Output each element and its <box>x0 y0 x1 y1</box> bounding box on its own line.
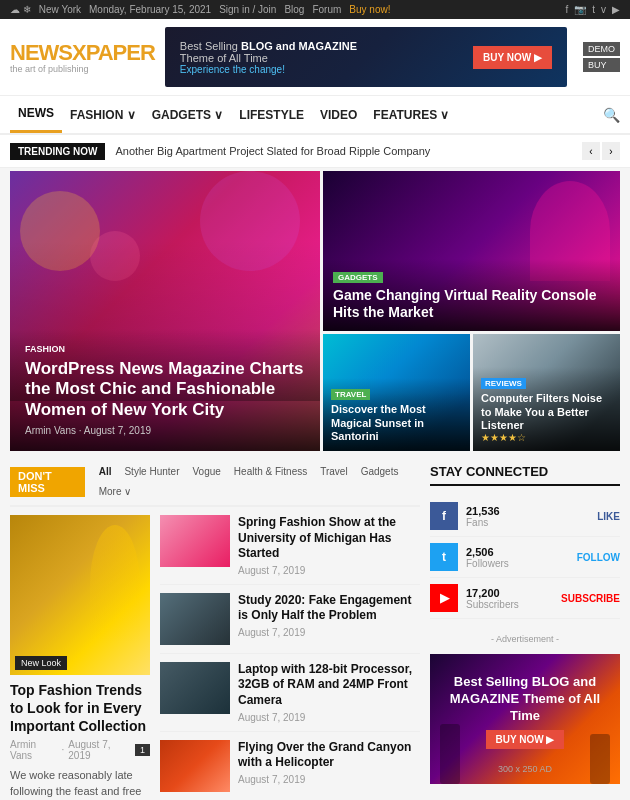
featured-excerpt: We woke reasonably late following the fe… <box>10 767 150 800</box>
stay-connected-section: STAY CONNECTED f 21,536 Fans LIKE t 2,50… <box>430 464 620 619</box>
search-icon[interactable]: 🔍 <box>603 97 620 133</box>
article-thumb-0[interactable] <box>160 515 230 567</box>
reviews-stars: ★★★★☆ <box>481 432 612 443</box>
tab-more[interactable]: More ∨ <box>95 484 136 499</box>
hero-br-reviews-title: Computer Filters Noise to Make You a Bet… <box>481 392 612 432</box>
article-item: Spring Fashion Show at the University of… <box>160 515 420 585</box>
tw-count: 2,506 <box>466 546 509 558</box>
dont-miss-grid: New Look Top Fashion Trends to Look for … <box>10 515 420 800</box>
article-info-2: Laptop with 128-bit Processor, 32GB of R… <box>238 662 420 723</box>
hero-br-reviews[interactable]: REVIEWS Computer Filters Noise to Make Y… <box>473 334 620 451</box>
article-item: Laptop with 128-bit Processor, 32GB of R… <box>160 662 420 732</box>
hero-main-overlay: FASHION WordPress News Magazine Charts t… <box>10 329 320 451</box>
social-facebook: f 21,536 Fans LIKE <box>430 496 620 537</box>
hero-main[interactable]: FASHION WordPress News Magazine Charts t… <box>10 171 320 451</box>
trending-label: TRENDING NOW <box>10 143 105 160</box>
dont-miss-title: DON'T MISS <box>10 467 85 497</box>
article-date-0: August 7, 2019 <box>238 565 420 576</box>
header-banner: Best Selling BLOG and MAGAZINE Theme of … <box>165 27 567 87</box>
tab-all[interactable]: All <box>95 464 116 479</box>
hero-main-meta: Armin Vans · August 7, 2019 <box>25 425 305 436</box>
blog-link[interactable]: Blog <box>284 4 304 15</box>
top-bar-left: ☁ ❄ New York Monday, February 15, 2021 S… <box>10 4 390 15</box>
top-bar: ☁ ❄ New York Monday, February 15, 2021 S… <box>0 0 630 19</box>
site-logo: NEWSXPAPER the art of publishing <box>10 40 155 74</box>
main-nav: NEWS FASHION ∨ GADGETS ∨ LIFESTYLE VIDEO… <box>0 96 630 135</box>
sidebar: STAY CONNECTED f 21,536 Fans LIKE t 2,50… <box>430 464 620 800</box>
tw-label: Followers <box>466 558 509 569</box>
ad-size: 300 x 250 AD <box>498 764 552 774</box>
social-twitter: t 2,506 Followers FOLLOW <box>430 537 620 578</box>
demo-button[interactable]: DEMO <box>583 42 620 56</box>
banner-line2: Theme of All Time <box>180 52 357 64</box>
nav-news[interactable]: NEWS <box>10 96 62 133</box>
facebook-icon[interactable]: f <box>565 4 568 15</box>
fb-action[interactable]: LIKE <box>597 511 620 522</box>
forum-link[interactable]: Forum <box>312 4 341 15</box>
article-info-1: Study 2020: Fake Engagement is Only Half… <box>238 593 420 638</box>
hero-main-category: FASHION <box>25 344 305 354</box>
ad-title: Best Selling BLOG and MAGAZINE Theme of … <box>440 674 610 725</box>
article-title-0: Spring Fashion Show at the University of… <box>238 515 420 562</box>
ad-label: - Advertisement - <box>430 634 620 644</box>
hero-tr-title: Game Changing Virtual Reality Console Hi… <box>333 287 610 321</box>
site-header: NEWSXPAPER the art of publishing Best Se… <box>0 19 630 96</box>
article-info-0: Spring Fashion Show at the University of… <box>238 515 420 576</box>
hero-br-travel[interactable]: TRAVEL Discover the Most Magical Sunset … <box>323 334 470 451</box>
nav-video[interactable]: VIDEO <box>312 98 365 132</box>
article-item: Study 2020: Fake Engagement is Only Half… <box>160 593 420 654</box>
tab-gadgets[interactable]: Gadgets <box>357 464 403 479</box>
article-date-1: August 7, 2019 <box>238 627 420 638</box>
tab-vogue[interactable]: Vogue <box>188 464 224 479</box>
main-content: DON'T MISS All Style Hunter Vogue Health… <box>10 464 420 800</box>
yt-count: 17,200 <box>466 587 519 599</box>
article-item: Flying Over the Grand Canyon with a Heli… <box>160 740 420 800</box>
vimeo-icon[interactable]: v <box>601 4 606 15</box>
nav-lifestyle[interactable]: LIFESTYLE <box>231 98 312 132</box>
featured-date: August 7, 2019 <box>68 739 131 761</box>
hero-br-reviews-overlay: REVIEWS Computer Filters Noise to Make Y… <box>473 367 620 451</box>
tab-stylehunter[interactable]: Style Hunter <box>120 464 183 479</box>
demo-buttons: DEMO BUY <box>583 42 620 72</box>
buynow-link[interactable]: Buy now! <box>349 4 390 15</box>
youtube-icon[interactable]: ▶ <box>612 4 620 15</box>
tab-travel[interactable]: Travel <box>316 464 351 479</box>
article-thumb-2[interactable] <box>160 662 230 714</box>
article-thumb-1[interactable] <box>160 593 230 645</box>
banner-buy-button[interactable]: BUY NOW ▶ <box>473 46 552 69</box>
signin-link[interactable]: Sign in / Join <box>219 4 276 15</box>
trending-prev[interactable]: ‹ <box>582 142 600 160</box>
twitter-icon[interactable]: t <box>592 4 595 15</box>
ad-buy-button[interactable]: BUY NOW ▶ <box>486 730 565 749</box>
nav-features[interactable]: FEATURES ∨ <box>365 98 457 132</box>
article-thumb-3[interactable] <box>160 740 230 792</box>
logo-x: X <box>72 40 86 65</box>
hero-tr-category: GADGETS <box>333 272 383 283</box>
article-date-2: August 7, 2019 <box>238 712 420 723</box>
article-date-3: August 7, 2019 <box>238 774 420 785</box>
facebook-icon: f <box>430 502 458 530</box>
fb-label: Fans <box>466 517 500 528</box>
banner-line1: Best Selling BLOG and MAGAZINE <box>180 40 357 52</box>
trending-next[interactable]: › <box>602 142 620 160</box>
featured-article: New Look Top Fashion Trends to Look for … <box>10 515 150 800</box>
tw-action[interactable]: FOLLOW <box>577 552 620 563</box>
top-bar-social: f 📷 t v ▶ <box>565 4 620 15</box>
hero-right: GADGETS Game Changing Virtual Reality Co… <box>323 171 620 451</box>
tab-healthfitness[interactable]: Health & Fitness <box>230 464 311 479</box>
trending-nav: ‹ › <box>582 142 620 160</box>
instagram-icon[interactable]: 📷 <box>574 4 586 15</box>
nav-gadgets[interactable]: GADGETS ∨ <box>144 98 232 132</box>
dont-miss-header: DON'T MISS All Style Hunter Vogue Health… <box>10 464 420 507</box>
stay-connected-title: STAY CONNECTED <box>430 464 620 486</box>
yt-action[interactable]: SUBSCRIBE <box>561 593 620 604</box>
featured-author: Armin Vans <box>10 739 57 761</box>
hero-top-right[interactable]: GADGETS Game Changing Virtual Reality Co… <box>323 171 620 331</box>
buy-button-header[interactable]: BUY <box>583 58 620 72</box>
banner-line3: Experience the change! <box>180 64 357 75</box>
banner-text: Best Selling BLOG and MAGAZINE Theme of … <box>180 40 357 75</box>
logo-text: NEWSXPAPER <box>10 40 155 66</box>
featured-count: 1 <box>135 744 150 756</box>
nav-fashion[interactable]: FASHION ∨ <box>62 98 144 132</box>
featured-img[interactable]: New Look <box>10 515 150 675</box>
